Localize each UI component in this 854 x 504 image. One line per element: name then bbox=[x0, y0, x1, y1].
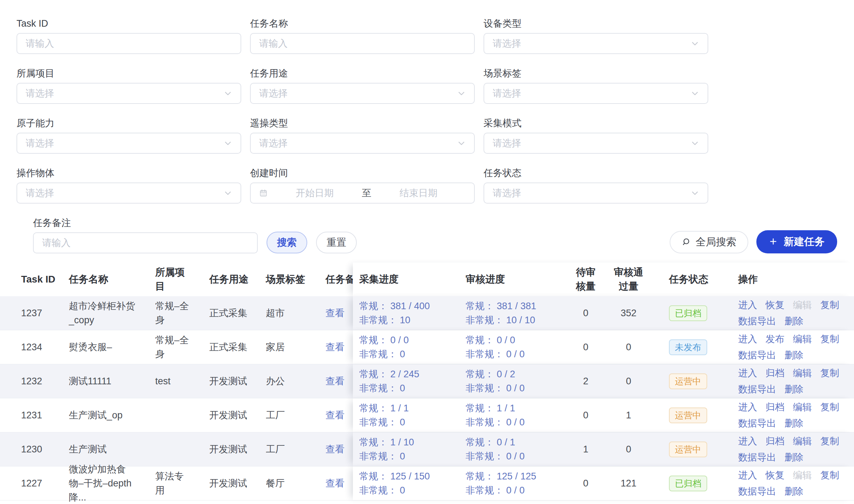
status-badge: 运营中 bbox=[669, 442, 707, 457]
cell-task-id: 1230 bbox=[21, 442, 69, 456]
status-badge: 未发布 bbox=[669, 339, 707, 355]
cell-purpose: 开发测试 bbox=[209, 442, 266, 456]
row-action-link[interactable]: 复制 bbox=[820, 366, 839, 380]
task-management-page: Task ID 请输入 任务名称 请输入 设备类型 请选择 所属项目 请选择 任… bbox=[0, 0, 854, 504]
view-remark-link[interactable]: 查看 bbox=[326, 410, 344, 420]
cell-task-id: 1234 bbox=[21, 340, 69, 354]
global-search-button[interactable]: 全局搜索 bbox=[670, 231, 748, 253]
task-status-select[interactable]: 请选择 bbox=[484, 183, 708, 204]
cell-task-name: 微波炉加热食物–干扰–depth降... bbox=[69, 462, 155, 504]
row-action-link[interactable]: 数据导出 bbox=[738, 484, 776, 498]
cell-purpose: 正式采集 bbox=[209, 340, 266, 354]
task-id-input[interactable]: 请输入 bbox=[17, 33, 241, 54]
row-action-link[interactable]: 复制 bbox=[820, 400, 839, 414]
row-action-link[interactable]: 复制 bbox=[820, 332, 839, 346]
row-action-link[interactable]: 编辑 bbox=[793, 366, 812, 380]
view-remark-link[interactable]: 查看 bbox=[326, 478, 344, 489]
filter-label-object: 操作物体 bbox=[17, 167, 241, 179]
col-pending-count: 待审核量 bbox=[572, 265, 599, 293]
view-remark-link[interactable]: 查看 bbox=[326, 376, 344, 386]
row-action-link[interactable]: 数据导出 bbox=[738, 382, 776, 396]
row-actions: 进入归档编辑复制数据导出删除 bbox=[738, 434, 854, 464]
cell-review-progress: 常规： 0 / 1非常规： 0 / 0 bbox=[466, 435, 572, 463]
cell-passed-count: 352 bbox=[611, 306, 646, 320]
cell-passed-count: 0 bbox=[611, 374, 646, 388]
row-action-link[interactable]: 恢复 bbox=[766, 298, 784, 312]
row-action-link: 编辑 bbox=[793, 298, 812, 312]
row-action-link[interactable]: 归档 bbox=[766, 434, 784, 448]
view-remark-link[interactable]: 查看 bbox=[326, 308, 344, 318]
cell-passed-count: 0 bbox=[611, 442, 646, 456]
row-action-link[interactable]: 数据导出 bbox=[738, 314, 776, 328]
row-actions: 进入恢复编辑复制数据导出删除 bbox=[738, 298, 854, 328]
status-badge: 已归档 bbox=[669, 305, 707, 321]
cell-task-name: 生产测试_op bbox=[69, 408, 155, 422]
row-action-link[interactable]: 归档 bbox=[766, 400, 784, 414]
project-select[interactable]: 请选择 bbox=[17, 83, 241, 104]
row-action-link[interactable]: 删除 bbox=[784, 450, 803, 464]
row-action-link[interactable]: 归档 bbox=[766, 366, 784, 380]
object-select[interactable]: 请选择 bbox=[17, 183, 241, 204]
date-range-separator: 至 bbox=[362, 187, 372, 199]
row-action-link[interactable]: 进入 bbox=[738, 332, 757, 346]
view-remark-link[interactable]: 查看 bbox=[326, 342, 344, 352]
cell-review-progress: 常规： 0 / 0非常规： 0 / 0 bbox=[466, 333, 572, 361]
row-action-link[interactable]: 数据导出 bbox=[738, 348, 776, 362]
row-action-link[interactable]: 复制 bbox=[820, 298, 839, 312]
search-icon bbox=[682, 238, 691, 247]
task-remark-input[interactable]: 请输入 bbox=[33, 232, 258, 253]
create-time-range[interactable]: 开始日期 至 结束日期 bbox=[250, 183, 475, 204]
row-action-link[interactable]: 复制 bbox=[820, 434, 839, 448]
row-action-link[interactable]: 编辑 bbox=[793, 400, 812, 414]
row-action-link[interactable]: 删除 bbox=[784, 348, 803, 362]
row-action-link[interactable]: 发布 bbox=[766, 332, 784, 346]
row-action-link[interactable]: 编辑 bbox=[793, 434, 812, 448]
view-remark-link[interactable]: 查看 bbox=[326, 444, 344, 455]
row-action-link[interactable]: 复制 bbox=[820, 468, 839, 482]
col-passed-count: 审核通过量 bbox=[611, 265, 646, 293]
filter-label-scene-tag: 场景标签 bbox=[484, 67, 708, 79]
row-action-link[interactable]: 进入 bbox=[738, 468, 757, 482]
table-row: 1230 生产测试 开发测试 工厂 查看 常规： 1 / 10非常规： 0 常规… bbox=[0, 432, 854, 466]
scene-tag-select[interactable]: 请选择 bbox=[484, 83, 708, 104]
cell-task-id: 1237 bbox=[21, 306, 69, 320]
row-action-link[interactable]: 进入 bbox=[738, 298, 757, 312]
col-review-progress: 审核进度 bbox=[466, 272, 572, 286]
cell-pending-count: 1 bbox=[572, 442, 599, 456]
create-task-button[interactable]: 新建任务 bbox=[756, 230, 837, 253]
cell-scene-tag: 餐厅 bbox=[266, 476, 326, 490]
collect-mode-select[interactable]: 请选择 bbox=[484, 133, 708, 154]
row-action-link[interactable]: 数据导出 bbox=[738, 450, 776, 464]
row-action-link[interactable]: 进入 bbox=[738, 434, 757, 448]
row-action-link[interactable]: 删除 bbox=[784, 416, 803, 430]
task-name-input[interactable]: 请输入 bbox=[250, 33, 475, 54]
row-action-link[interactable]: 恢复 bbox=[766, 468, 784, 482]
select-placeholder: 请选择 bbox=[26, 187, 54, 199]
search-button[interactable]: 搜索 bbox=[267, 232, 307, 253]
cell-passed-count: 1 bbox=[611, 408, 646, 422]
row-action-link[interactable]: 编辑 bbox=[793, 332, 812, 346]
row-action-link[interactable]: 数据导出 bbox=[738, 416, 776, 430]
table-row: 1232 测试11111 test 开发测试 办公 查看 常规： 2 / 245… bbox=[0, 364, 854, 398]
select-placeholder: 请选择 bbox=[26, 137, 54, 150]
cell-project: 常规–全身 bbox=[155, 333, 209, 361]
col-remark: 任务备注 bbox=[326, 272, 353, 286]
row-action-link[interactable]: 进入 bbox=[738, 400, 757, 414]
row-action-link[interactable]: 删除 bbox=[784, 484, 803, 498]
select-placeholder: 请选择 bbox=[493, 37, 521, 50]
purpose-select[interactable]: 请选择 bbox=[250, 83, 475, 104]
device-type-select[interactable]: 请选择 bbox=[484, 33, 708, 54]
cell-task-id: 1232 bbox=[21, 374, 69, 388]
cell-purpose: 开发测试 bbox=[209, 408, 266, 422]
filter-form: Task ID 请输入 任务名称 请输入 设备类型 请选择 所属项目 请选择 任… bbox=[0, 0, 854, 253]
reset-button[interactable]: 重置 bbox=[316, 232, 357, 253]
row-action-link[interactable]: 删除 bbox=[784, 382, 803, 396]
cell-purpose: 正式采集 bbox=[209, 306, 266, 320]
cell-purpose: 开发测试 bbox=[209, 476, 266, 490]
teleop-type-select[interactable]: 请选择 bbox=[250, 133, 475, 154]
filter-label-project: 所属项目 bbox=[17, 67, 241, 79]
atomic-ability-select[interactable]: 请选择 bbox=[17, 133, 241, 154]
row-action-link[interactable]: 进入 bbox=[738, 366, 757, 380]
row-action-link[interactable]: 删除 bbox=[784, 314, 803, 328]
status-badge: 运营中 bbox=[669, 407, 707, 423]
